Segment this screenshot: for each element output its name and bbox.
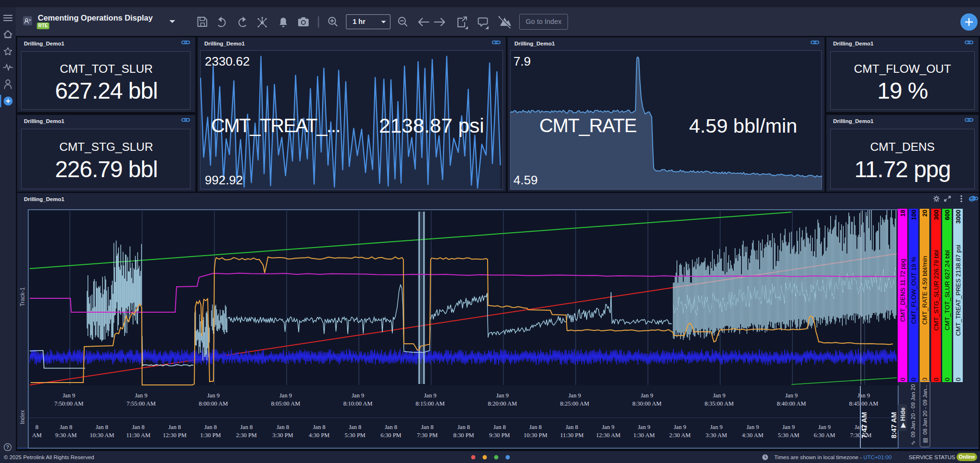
svg-text:?: ? — [6, 444, 9, 450]
